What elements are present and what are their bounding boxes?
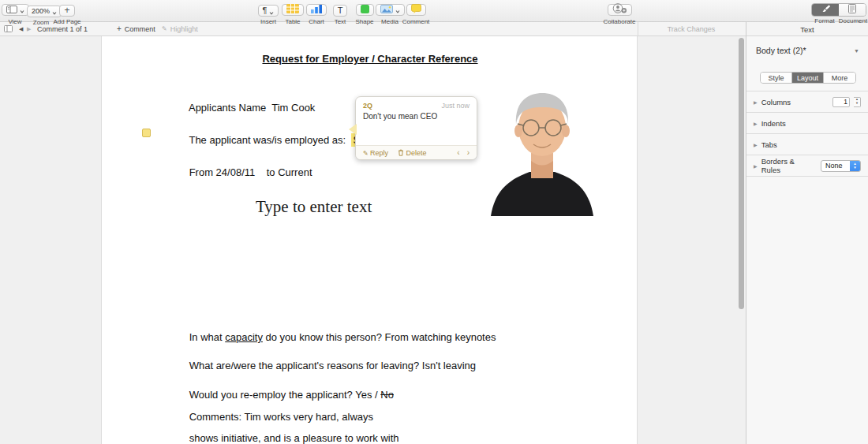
indents-label: Indents bbox=[761, 119, 786, 128]
next-comment-arrow[interactable]: › bbox=[467, 148, 470, 157]
chevron-down-icon[interactable]: ▼ bbox=[854, 48, 859, 54]
shape-button[interactable] bbox=[356, 4, 374, 16]
right-arrow-icon: ▶ bbox=[27, 26, 31, 32]
toolbar-media: Media bbox=[376, 2, 404, 25]
comment-body[interactable]: Don't you mean CEO bbox=[356, 110, 477, 123]
toolbar-chart: Chart bbox=[305, 2, 328, 25]
zoom-value: 200% bbox=[32, 7, 50, 15]
format-sidebar: Body text (2)* ▼ Style Layout More ▶ Col… bbox=[746, 36, 868, 444]
tabs-label: Tabs bbox=[761, 140, 777, 149]
comment-status-bar: ◀ ▶ Comment 1 of 1 + Comment ✎ Highlight… bbox=[0, 22, 868, 36]
line-dates[interactable]: From 24/08/11 to Current bbox=[172, 155, 312, 190]
format-button[interactable] bbox=[812, 4, 839, 16]
chevron-down-icon bbox=[269, 4, 274, 18]
highlight-button[interactable]: ✎ Highlight bbox=[162, 22, 198, 35]
columns-stepper[interactable]: ▲▼ bbox=[854, 97, 861, 107]
toolbar-table: Table bbox=[280, 2, 305, 25]
table-icon bbox=[286, 2, 299, 17]
select-stepper-icon: ▲▼ bbox=[850, 160, 860, 172]
trash-icon bbox=[398, 149, 404, 156]
comment-button[interactable] bbox=[406, 4, 426, 16]
paintbrush-icon bbox=[821, 3, 830, 17]
format-label: Format bbox=[811, 17, 838, 24]
left-arrow-icon: ◀ bbox=[19, 26, 23, 32]
table-button[interactable] bbox=[282, 4, 304, 16]
collaborate-button[interactable] bbox=[608, 4, 632, 16]
comment-bubble-icon bbox=[411, 2, 421, 17]
shape-label: Shape bbox=[352, 18, 377, 25]
section-borders-rules[interactable]: ▶ Borders & Rules None ▲▼ bbox=[746, 155, 868, 177]
borders-rules-label: Borders & Rules bbox=[761, 157, 813, 174]
pencil-icon: ✎ bbox=[162, 25, 167, 32]
borders-select-value: None bbox=[821, 162, 850, 170]
columns-input[interactable] bbox=[832, 97, 850, 107]
toolbar-format-document: Format Document bbox=[811, 2, 866, 17]
chevron-down-icon bbox=[395, 2, 400, 17]
chart-button[interactable] bbox=[306, 4, 327, 16]
tab-more[interactable]: More bbox=[824, 73, 855, 83]
format-tabs: Style Layout More bbox=[760, 72, 856, 84]
add-comment-button[interactable]: + Comment bbox=[117, 22, 155, 35]
paragraph-style-name[interactable]: Body text (2)* bbox=[756, 46, 806, 55]
view-button[interactable] bbox=[2, 4, 29, 16]
toolbar-add-page: + Add Page bbox=[52, 2, 82, 25]
disclosure-triangle-icon[interactable]: ▶ bbox=[754, 163, 758, 169]
disclosure-triangle-icon[interactable]: ▶ bbox=[754, 121, 758, 126]
vertical-scrollbar[interactable] bbox=[739, 38, 744, 309]
document-button[interactable] bbox=[839, 4, 866, 16]
insert-label: Insert bbox=[254, 18, 282, 25]
section-tabs[interactable]: ▶ Tabs bbox=[746, 134, 868, 155]
prev-comment-arrow[interactable]: ‹ bbox=[457, 148, 459, 157]
table-label: Table bbox=[280, 18, 305, 25]
popup-tail bbox=[349, 124, 357, 135]
toolbar-collaborate: Collaborate bbox=[600, 2, 639, 25]
comment-marker[interactable] bbox=[142, 129, 151, 137]
track-changes-label: Track Changes bbox=[638, 22, 745, 35]
section-indents[interactable]: ▶ Indents bbox=[746, 113, 868, 134]
line-employed-as[interactable]: The applicant was/is employed as: SEO bbox=[172, 122, 376, 158]
document-title[interactable]: Request for Employer / Character Referen… bbox=[102, 53, 638, 65]
add-page-label: Add Page bbox=[52, 18, 82, 25]
plus-icon: + bbox=[117, 25, 122, 33]
disclosure-triangle-icon[interactable]: ▶ bbox=[754, 142, 758, 147]
add-page-button[interactable]: + bbox=[59, 5, 74, 17]
media-label: Media bbox=[376, 18, 404, 25]
reply-button[interactable]: ✎ Reply bbox=[363, 149, 388, 157]
toolbar-insert: ¶ Insert bbox=[254, 2, 282, 25]
zoom-label: Zoom bbox=[27, 19, 55, 26]
chart-label: Chart bbox=[305, 18, 328, 25]
comment-author: 2Q bbox=[363, 102, 372, 110]
text-box-placeholder[interactable]: Type to enter text bbox=[256, 197, 372, 217]
view-label: View bbox=[2, 18, 28, 25]
borders-select[interactable]: None ▲▼ bbox=[821, 160, 861, 172]
pilcrow-icon: ¶ bbox=[263, 6, 268, 15]
line-applicants-name[interactable]: Applicants Name Tim Cook bbox=[172, 90, 315, 125]
delete-button[interactable]: Delete bbox=[398, 149, 427, 157]
toolbar-comment: Comment bbox=[401, 2, 431, 25]
disclosure-triangle-icon[interactable]: ▶ bbox=[754, 99, 758, 105]
comment-label: Comment bbox=[401, 18, 431, 25]
toolbar-view: View bbox=[2, 2, 28, 25]
tab-layout[interactable]: Layout bbox=[792, 73, 824, 83]
chart-icon bbox=[311, 2, 322, 17]
main-toolbar: View 200% Zoom + Add Page ¶ Insert Table… bbox=[0, 0, 868, 22]
toolbar-shape: Shape bbox=[352, 2, 377, 25]
text-button[interactable]: T bbox=[333, 5, 348, 17]
text-label: Text bbox=[328, 18, 352, 25]
document-icon bbox=[848, 3, 856, 17]
tim-cook-photo[interactable] bbox=[486, 77, 598, 216]
document-label: Document bbox=[836, 17, 868, 24]
toolbar-text: T Text bbox=[328, 2, 352, 25]
line-comments-2[interactable]: shows initiative, and is a pleasure to w… bbox=[172, 420, 399, 444]
chevron-down-icon bbox=[20, 2, 24, 17]
collaborate-label: Collaborate bbox=[600, 18, 639, 25]
tab-style[interactable]: Style bbox=[761, 73, 792, 83]
text-icon: T bbox=[338, 6, 343, 15]
pencil-icon: ✎ bbox=[363, 150, 370, 157]
insert-button[interactable]: ¶ bbox=[258, 5, 279, 17]
columns-label: Columns bbox=[761, 98, 791, 106]
canvas-area: Request for Employer / Character Referen… bbox=[0, 36, 868, 444]
section-columns[interactable]: ▶ Columns ▲▼ bbox=[746, 91, 868, 113]
collaborate-icon bbox=[612, 2, 627, 17]
panel-icon bbox=[4, 25, 13, 32]
